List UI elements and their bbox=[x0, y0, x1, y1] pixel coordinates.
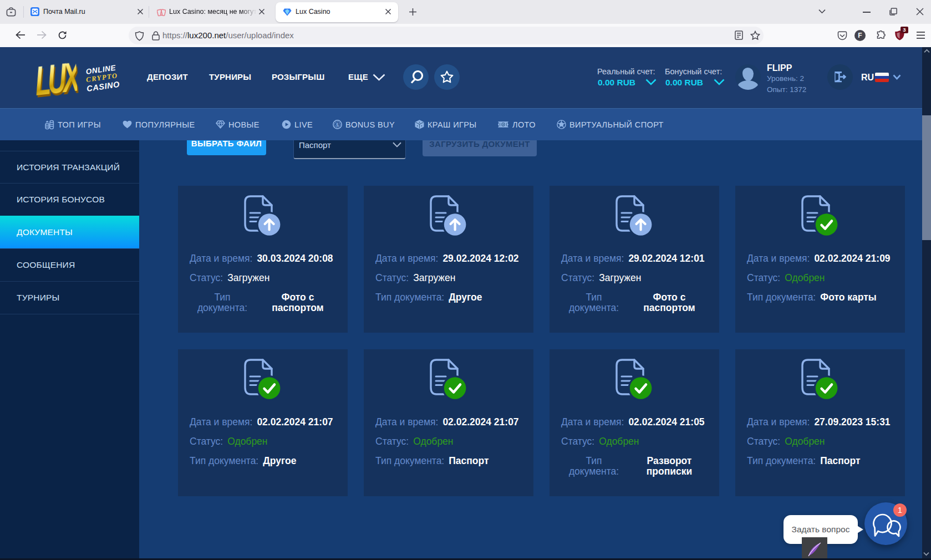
svg-text:$: $ bbox=[336, 122, 339, 128]
